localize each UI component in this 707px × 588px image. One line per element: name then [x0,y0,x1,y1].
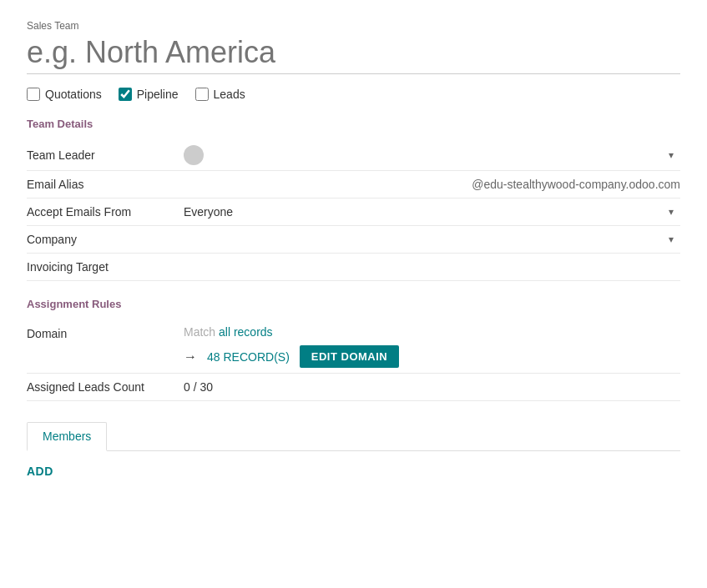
assigned-leads-label: Assigned Leads Count [27,374,177,401]
company-select[interactable] [184,231,680,248]
accept-emails-field: Everyone Authenticated Partners Follower… [177,199,680,226]
domain-match-text: Match all records [184,325,680,339]
assignment-rules-grid: Domain Match all records → 48 RECORD(S) … [27,320,680,401]
team-name-input[interactable] [27,35,680,74]
domain-field: Match all records → 48 RECORD(S) EDIT DO… [177,320,680,374]
pipeline-checkbox[interactable] [119,88,132,101]
records-count-link[interactable]: 48 RECORD(S) [207,350,290,364]
sales-team-form: Sales Team Quotations Pipeline Leads Tea… [0,0,707,511]
assigned-leads-field: 0 / 30 [177,374,680,401]
records-row: → 48 RECORD(S) EDIT DOMAIN [184,345,680,368]
team-leader-avatar [184,145,204,165]
email-alias-field: @edu-stealthywood-company.odoo.com [177,171,680,199]
invoicing-target-label: Invoicing Target [27,254,177,281]
checkboxes-row: Quotations Pipeline Leads [27,88,680,101]
accept-emails-label: Accept Emails From [27,199,177,226]
company-field: ▾ [177,226,680,254]
team-leader-select-wrapper: ▾ [210,147,680,163]
email-domain-text: @edu-stealthywood-company.odoo.com [472,178,680,191]
quotations-checkbox[interactable] [27,88,40,101]
team-leader-label: Team Leader [27,140,177,171]
accept-emails-select-wrapper: Everyone Authenticated Partners Follower… [184,204,680,220]
tabs-row: Members [27,421,680,451]
assigned-leads-value: 0 / 30 [184,380,213,394]
domain-label: Domain [27,320,177,374]
add-button[interactable]: ADD [27,451,53,491]
assignment-rules-title: Assignment Rules [27,298,680,310]
company-label: Company [27,226,177,254]
team-details-title: Team Details [27,118,680,130]
pipeline-checkbox-item[interactable]: Pipeline [119,88,179,101]
sales-team-label: Sales Team [27,20,680,32]
accept-emails-select[interactable]: Everyone Authenticated Partners Follower… [184,204,680,220]
leads-label: Leads [214,88,245,101]
team-details-grid: Team Leader ▾ Email Alias @edu-stealthyw… [27,140,680,281]
company-select-wrapper: ▾ [184,231,680,248]
leads-checkbox-item[interactable]: Leads [195,88,245,101]
email-alias-label: Email Alias [27,171,177,199]
team-leader-field: ▾ [177,140,680,171]
tab-members[interactable]: Members [27,422,107,451]
domain-match-highlight: all records [219,325,273,339]
records-arrow-icon: → [184,349,197,364]
invoicing-target-input[interactable] [184,259,680,275]
leads-checkbox[interactable] [195,88,209,101]
edit-domain-button[interactable]: EDIT DOMAIN [300,345,399,368]
pipeline-label: Pipeline [137,88,179,101]
invoicing-target-field [177,254,680,281]
quotations-label: Quotations [45,88,102,101]
email-input-wrapper: @edu-stealthywood-company.odoo.com [184,178,680,191]
team-leader-select[interactable] [210,147,680,163]
email-alias-input[interactable] [184,178,472,191]
quotations-checkbox-item[interactable]: Quotations [27,88,102,101]
